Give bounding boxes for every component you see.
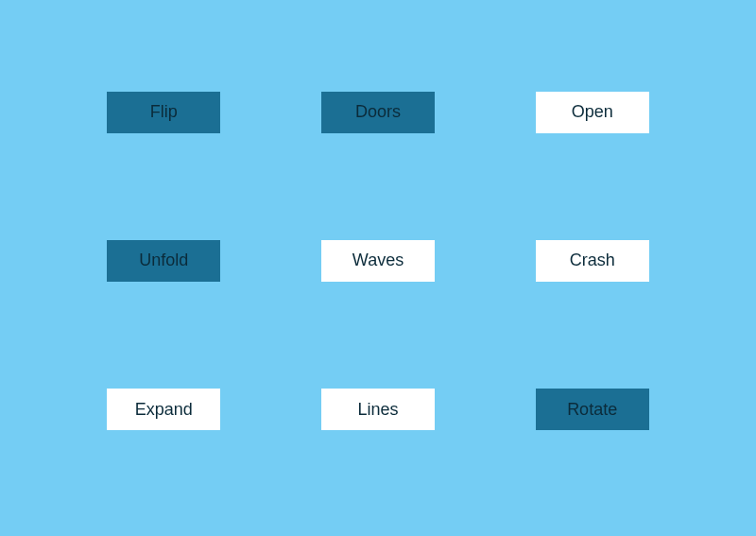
lines-button[interactable]: Lines <box>321 389 435 430</box>
unfold-button[interactable]: Unfold <box>107 240 220 282</box>
crash-button[interactable]: Crash <box>536 240 649 282</box>
waves-button[interactable]: Waves <box>321 240 435 282</box>
expand-button[interactable]: Expand <box>107 389 220 430</box>
button-grid: Flip Doors Open Unfold Waves Crash Expan… <box>0 0 756 536</box>
rotate-button[interactable]: Rotate <box>536 389 649 430</box>
flip-button[interactable]: Flip <box>107 92 220 133</box>
doors-button[interactable]: Doors <box>321 92 435 133</box>
open-button[interactable]: Open <box>536 92 649 133</box>
